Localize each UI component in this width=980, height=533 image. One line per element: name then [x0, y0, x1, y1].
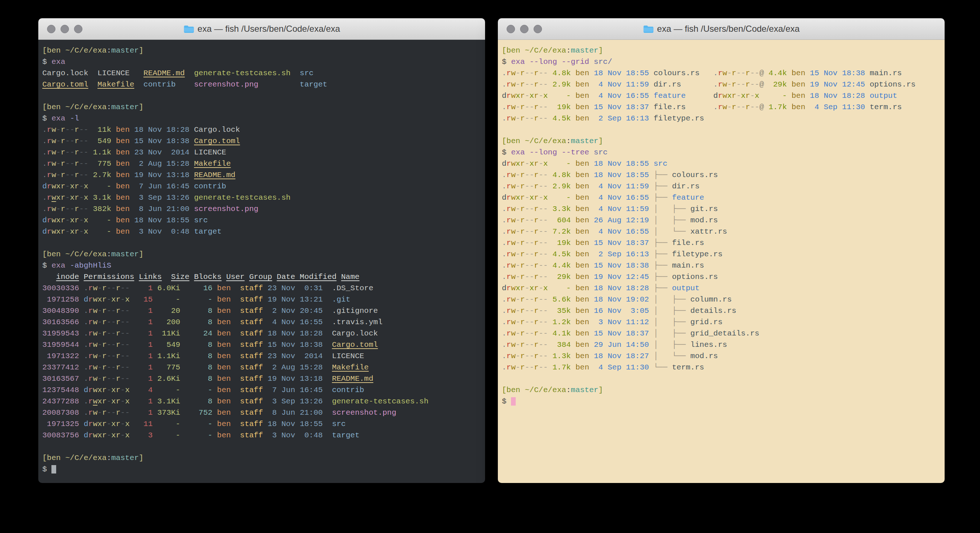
terminal-line: .rwxr-xr-x 3.1k ben 3 Sep 13:26 generate…	[42, 192, 481, 203]
perm-char: -	[516, 250, 520, 259]
perm-char: -	[755, 103, 759, 111]
text-segment: 18 Nov 19:02	[594, 295, 649, 304]
perm-char: x	[125, 420, 130, 428]
text-segment	[764, 80, 769, 89]
text-segment	[571, 284, 576, 292]
text-segment	[153, 363, 158, 372]
terminal-line: 30163567 .rw-r--r-- 1 2.6Ki 8 ben staff …	[42, 373, 481, 385]
perm-char: r	[520, 318, 525, 326]
minimize-button[interactable]	[60, 25, 69, 33]
minimize-button[interactable]	[520, 25, 528, 33]
perm-char: w	[511, 227, 516, 236]
perm-char: r	[116, 397, 121, 405]
text-segment	[263, 295, 268, 304]
zoom-button[interactable]	[534, 25, 542, 33]
perm-char: w	[511, 363, 516, 372]
perm-char: -	[543, 341, 548, 349]
text-segment: src	[300, 69, 313, 77]
title-bar[interactable]: exa — fish /Users/ben/Code/exa/exa	[498, 18, 945, 40]
terminal-screen[interactable]: [ben ~/C/e/exa:master]$ exaCargo.lock LI…	[38, 40, 485, 483]
perm-char: -	[530, 329, 534, 338]
text-segment: filetype.rs	[654, 114, 704, 123]
perm-char: x	[111, 397, 116, 405]
perm-char: -	[539, 318, 543, 326]
text-segment: ben	[576, 193, 589, 202]
perm-char: -	[79, 182, 84, 191]
text-segment: :	[566, 137, 571, 145]
perm-char: r	[520, 227, 525, 236]
perm-char: x	[111, 420, 116, 428]
text-segment	[571, 273, 576, 281]
perm-char: -	[525, 306, 530, 315]
text-segment: 18 Nov 18:28	[268, 329, 323, 338]
text-segment: master	[571, 386, 598, 394]
text-segment	[189, 171, 194, 179]
perm-char: r	[507, 250, 511, 259]
perm-char: r	[75, 182, 79, 191]
text-segment	[212, 363, 217, 372]
text-segment: [ben ~/C/e/exa	[502, 46, 566, 55]
perm-char: r	[534, 306, 539, 315]
text-segment: Cargo.toml	[332, 341, 378, 349]
close-button[interactable]	[507, 25, 515, 33]
close-button[interactable]	[47, 25, 56, 33]
text-segment: --long --grid	[530, 58, 589, 66]
text-segment	[649, 341, 654, 349]
perm-char: r	[116, 409, 121, 417]
terminal-screen[interactable]: [ben ~/C/e/exa:master]$ exa --long --gri…	[498, 40, 945, 483]
perm-char: .	[84, 329, 88, 338]
text-segment: 2.9k	[552, 80, 571, 89]
perm-char: d	[42, 227, 47, 236]
perm-char: r	[507, 329, 511, 338]
perm-char: r	[520, 329, 525, 338]
perm-char: w	[511, 193, 516, 202]
perm-char: -	[97, 375, 102, 383]
perm-char: w	[511, 69, 516, 77]
perm-char: -	[539, 273, 543, 281]
text-segment: ben	[576, 250, 589, 259]
text-segment: :	[107, 250, 111, 259]
text-segment: 3 Sep 13:26	[268, 397, 323, 405]
text-segment: details.rs	[690, 306, 737, 315]
text-segment	[130, 318, 135, 326]
text-segment: ]	[139, 103, 144, 111]
perm-char: w	[511, 329, 516, 338]
text-segment	[649, 103, 654, 111]
text-segment: -	[93, 227, 111, 236]
text-segment	[323, 375, 332, 383]
text-segment: 20	[157, 306, 180, 315]
text-segment: Makefile	[194, 160, 231, 168]
perm-char: r	[507, 182, 511, 191]
perm-char: w	[722, 80, 727, 89]
text-segment: Makefile	[332, 363, 369, 372]
text-segment: Cargo.lock	[42, 69, 88, 77]
text-segment: 20087308	[42, 409, 79, 417]
perm-char: w	[511, 239, 516, 247]
perm-char: d	[84, 295, 88, 304]
perm-char: -	[65, 171, 70, 179]
text-segment	[235, 363, 240, 372]
text-segment: feature	[672, 193, 704, 202]
text-segment: │ └──	[654, 352, 690, 360]
perm-char: r	[520, 92, 525, 100]
text-segment: ben	[217, 352, 235, 360]
text-segment	[700, 69, 713, 77]
zoom-button[interactable]	[74, 25, 83, 33]
title-bar[interactable]: exa — fish /Users/ben/Code/exa/exa	[38, 18, 485, 40]
text-segment: @	[759, 80, 764, 89]
text-segment: README.md	[194, 171, 235, 179]
text-segment: $	[42, 465, 51, 474]
text-segment: ben	[576, 80, 589, 89]
perm-char: w	[511, 182, 516, 191]
perm-char: r	[88, 295, 93, 304]
text-segment	[649, 239, 654, 247]
text-segment	[548, 284, 552, 292]
text-segment: options.rs	[870, 80, 915, 89]
text-segment	[111, 182, 116, 191]
text-segment	[263, 306, 268, 315]
perm-char: r	[47, 193, 52, 202]
perm-char: r	[102, 341, 107, 349]
perm-char: -	[84, 160, 88, 168]
perm-char: r	[47, 216, 52, 225]
text-segment	[548, 306, 552, 315]
